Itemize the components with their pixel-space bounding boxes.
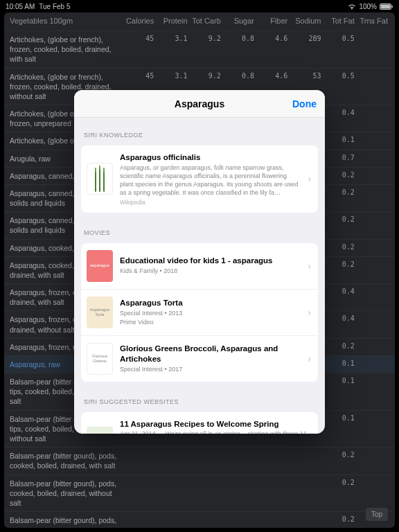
movie-subtitle: Kids & Family • 2018: [120, 267, 301, 275]
websites-card: 11 Asparagus Recipes to Welcome SpringAp…: [81, 412, 318, 434]
movie-subtitle: Special Interest • 2013: [120, 309, 301, 317]
modal-header: Asparagus Done: [74, 90, 325, 118]
section-label-movies: MOVIES: [74, 225, 325, 240]
modal-body[interactable]: SIRI KNOWLEDGE Asparagus officinalis Asp…: [74, 118, 325, 434]
asparagus-plant-icon: [87, 163, 113, 195]
movie-title: Asparagus Torta: [120, 298, 301, 308]
chevron-right-icon: ›: [308, 353, 311, 364]
siri-knowledge-card: Asparagus officinalis Asparagus, or gard…: [81, 145, 318, 213]
movie-item[interactable]: asparagusEducational video for kids 1 - …: [81, 243, 318, 289]
siri-knowledge-item[interactable]: Asparagus officinalis Asparagus, or gard…: [81, 145, 318, 213]
knowledge-desc: Asparagus, or garden asparagus, folk nam…: [120, 163, 301, 197]
modal-title: Asparagus: [175, 98, 224, 109]
movie-thumbnail: asparagus: [87, 250, 113, 282]
chevron-right-icon: ›: [308, 307, 311, 318]
section-label-websites: SIRI SUGGESTED WEBSITES: [74, 394, 325, 409]
website-snippet: Apr 21, 2014 — We're going all in on spr…: [120, 429, 312, 434]
knowledge-source: Wikipedia: [120, 199, 301, 206]
done-button[interactable]: Done: [292, 98, 317, 109]
chevron-right-icon: ›: [308, 260, 311, 272]
movie-subtitle: Special Interest • 2017: [120, 365, 301, 373]
movie-item[interactable]: Glorious GreensGlorious Greens Broccoli,…: [81, 335, 318, 382]
movie-provider: Prime Video: [120, 318, 301, 326]
movie-item[interactable]: Asparagus TortaAsparagus TortaSpecial In…: [81, 289, 318, 335]
website-item[interactable]: 11 Asparagus Recipes to Welcome SpringAp…: [81, 412, 318, 434]
website-title: 11 Asparagus Recipes to Welcome Spring: [120, 419, 312, 429]
chevron-right-icon: ›: [308, 173, 311, 184]
section-label-siri-knowledge: SIRI KNOWLEDGE: [74, 127, 325, 143]
movie-thumbnail: Glorious Greens: [87, 343, 113, 375]
knowledge-title: Asparagus officinalis: [120, 152, 301, 163]
movie-thumbnail: Asparagus Torta: [87, 296, 113, 328]
website-thumbnail: [87, 427, 113, 434]
movie-title: Glorious Greens Broccoli, Asparagus and …: [120, 344, 301, 364]
movie-title: Educational video for kids 1 - asparagus: [120, 256, 301, 266]
lookup-modal: Asparagus Done SIRI KNOWLEDGE Asparagus …: [74, 90, 325, 434]
movies-card: asparagusEducational video for kids 1 - …: [81, 243, 318, 382]
